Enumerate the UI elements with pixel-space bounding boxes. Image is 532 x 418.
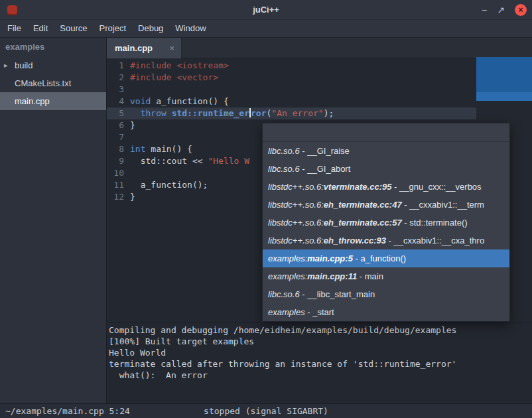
statusbar: stopped (signal SIGABRT) ~/examples/main…: [0, 403, 532, 418]
frame-function: - __cxxabiv1::__term: [402, 200, 484, 210]
menu-item-source[interactable]: Source: [54, 20, 93, 37]
stack-frame-item[interactable]: libstdc++.so.6:vterminate.cc:95 - __gnu_…: [263, 178, 509, 196]
frame-module: libc.so.6: [268, 164, 300, 174]
frame-location: main.cpp:5: [307, 253, 353, 263]
restore-button[interactable]: ↗: [497, 5, 505, 15]
frame-function: - a_function(): [353, 253, 406, 263]
code-segment: a_function();: [130, 180, 208, 190]
code-text: a_function();: [130, 179, 208, 191]
frame-location: eh_terminate.cc:57: [324, 218, 402, 228]
line-number: 7: [107, 131, 129, 143]
terminal-line: terminate called after throwing an insta…: [109, 358, 529, 370]
file-location: ~/examples/main.cpp 5:24: [5, 404, 130, 418]
code-text: throw std::runtime_error("An error");: [130, 107, 334, 119]
stack-trace-popup: libc.so.6 - __GI_raiselibc.so.6 - __GI_a…: [262, 123, 510, 322]
terminal-line: Hello World: [109, 347, 529, 358]
code-line[interactable]: 1#include <iostream>: [107, 60, 532, 72]
code-line[interactable]: 4void a_function() {: [107, 96, 532, 107]
stack-frame-item[interactable]: libc.so.6 - __GI_raise: [263, 142, 509, 160]
tree-item-label: CMakeLists.txt: [15, 74, 71, 92]
titlebar: juCi++ − ↗ ×: [0, 0, 532, 20]
frame-location: eh_terminate.cc:47: [324, 200, 402, 210]
tab-main-cpp[interactable]: main.cpp ×: [107, 38, 182, 58]
stack-frame-item[interactable]: libstdc++.so.6:eh_throw.cc:93 - __cxxabi…: [263, 232, 509, 249]
menubar: FileEditSourceProjectDebugWindow: [0, 20, 532, 38]
code-line[interactable]: 3: [107, 84, 532, 96]
stack-frame-item[interactable]: libstdc++.so.6:eh_terminate.cc:47 - __cx…: [263, 196, 509, 214]
code-segment: }: [130, 192, 135, 202]
code-segment: #include: [130, 60, 172, 70]
tree-item-cmakelists-txt[interactable]: CMakeLists.txt: [0, 74, 106, 92]
code-segment: [130, 108, 141, 118]
frame-function: - _start: [305, 307, 334, 317]
terminal-line: Compiling and debugging /home/eidheim/ex…: [109, 324, 529, 336]
code-segment: <iostream>: [176, 60, 228, 70]
frame-function: - __GI_raise: [300, 146, 350, 156]
minimize-button[interactable]: −: [482, 5, 487, 15]
stack-frame-item[interactable]: examples:main.cpp:5 - a_function(): [263, 249, 509, 267]
frame-module: libstdc++.so.6:: [268, 200, 324, 210]
frame-function: - __gnu_cxx::__verbos: [391, 182, 481, 192]
frame-module: libc.so.6: [268, 289, 300, 299]
line-number: 9: [107, 155, 129, 167]
terminal-output[interactable]: Compiling and debugging /home/eidheim/ex…: [107, 322, 532, 403]
code-text: #include <vector>: [130, 72, 218, 84]
code-text: }: [130, 191, 135, 203]
tab-label: main.cpp: [115, 43, 169, 53]
stack-frame-item[interactable]: examples:main.cpp:11 - main: [263, 267, 509, 285]
file-tree: ▸buildCMakeLists.txtmain.cpp: [0, 56, 106, 110]
line-number: 4: [107, 96, 129, 107]
code-text: }: [130, 119, 135, 131]
terminal-line: what(): An error: [109, 370, 529, 381]
code-line[interactable]: 2#include <vector>: [107, 72, 532, 84]
line-number: 3: [107, 84, 129, 96]
stack-filter-input[interactable]: [263, 123, 509, 141]
frame-module: libstdc++.so.6:: [268, 236, 324, 245]
menu-item-debug[interactable]: Debug: [132, 20, 169, 37]
code-segment: void: [130, 96, 151, 106]
tab-close-icon[interactable]: ×: [169, 43, 174, 53]
frame-location: main.cpp:11: [307, 271, 357, 281]
stack-frame-item[interactable]: libc.so.6 - __GI_abort: [263, 160, 509, 178]
stack-frame-item[interactable]: libc.so.6 - __libc_start_main: [263, 285, 509, 303]
chevron-right-icon[interactable]: ▸: [4, 56, 13, 74]
menu-item-window[interactable]: Window: [169, 20, 212, 37]
frame-function: - __GI_abort: [300, 164, 351, 174]
tree-item-label: main.cpp: [15, 92, 50, 110]
code-segment: }: [130, 120, 135, 130]
code-text: void a_function() {: [130, 96, 229, 107]
line-number: 6: [107, 119, 129, 131]
close-button[interactable]: ×: [515, 4, 527, 16]
menu-item-edit[interactable]: Edit: [27, 20, 54, 37]
code-segment: a_function() {: [151, 96, 228, 106]
terminal-line: [100%] Built target examples: [109, 336, 529, 347]
frame-function: - main: [357, 271, 383, 281]
stack-frame-item[interactable]: libstdc++.so.6:eh_terminate.cc:57 - std:…: [263, 214, 509, 232]
code-segment: int: [130, 144, 145, 154]
frame-module: libc.so.6: [268, 146, 300, 156]
tabbar: main.cpp ×: [107, 38, 532, 58]
code-segment: ror: [251, 108, 266, 118]
line-number: 2: [107, 72, 129, 84]
line-number: 11: [107, 179, 129, 191]
menu-item-project[interactable]: Project: [94, 20, 132, 37]
frame-module: examples: [268, 307, 305, 317]
project-name: examples: [0, 38, 106, 56]
frame-function: - __cxxabiv1::__cxa_thro: [386, 236, 484, 245]
code-segment: std::runtime_er: [172, 108, 249, 118]
window-controls: − ↗ ×: [482, 0, 527, 20]
code-segment: "An error": [271, 108, 323, 118]
frame-module: libstdc++.so.6:: [268, 218, 324, 228]
code-segment: main() {: [145, 144, 192, 154]
stack-frame-item[interactable]: examples - _start: [263, 303, 509, 321]
menu-item-file[interactable]: File: [1, 20, 27, 37]
sidebar: examples ▸buildCMakeLists.txtmain.cpp: [0, 38, 107, 403]
code-text: std::cout << "Hello W: [130, 155, 249, 167]
tree-item-build[interactable]: ▸build: [0, 56, 106, 74]
code-line[interactable]: 5 throw std::runtime_error("An error");: [107, 107, 532, 119]
debug-tooltip: [476, 57, 532, 101]
code-segment: [166, 108, 172, 118]
stack-list: libc.so.6 - __GI_raiselibc.so.6 - __GI_a…: [263, 142, 509, 321]
tree-item-label: build: [15, 56, 33, 74]
tree-item-main-cpp[interactable]: main.cpp: [0, 92, 106, 110]
